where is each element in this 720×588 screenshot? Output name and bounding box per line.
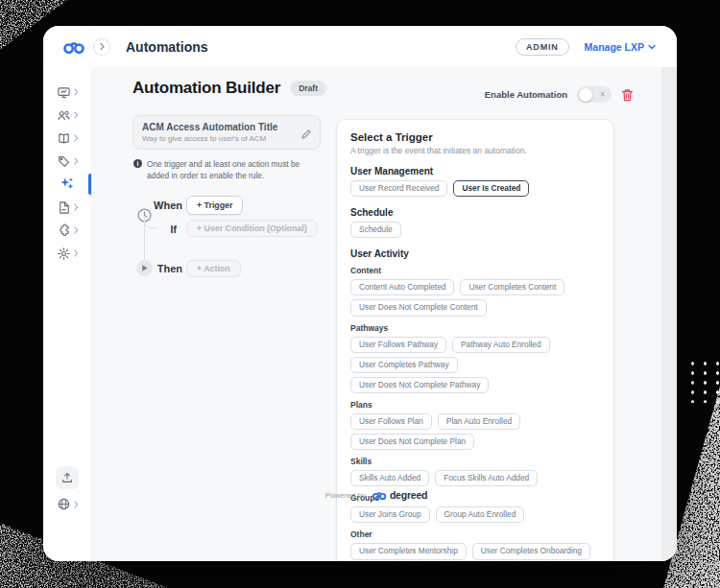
chevron-right-icon xyxy=(74,249,79,257)
chevron-right-icon xyxy=(99,42,106,51)
chevron-right-icon xyxy=(74,501,79,508)
trigger-sub-heading: Other xyxy=(350,529,600,539)
trigger-chip[interactable]: User Completes Mentorship xyxy=(350,543,467,559)
panel-title: Select a Trigger xyxy=(350,131,600,143)
sidebar-item-globe[interactable] xyxy=(57,497,79,511)
main-content: Automation Builder Draft Enable Automati… xyxy=(91,67,677,561)
add-user-condition-button[interactable]: + User Condition (Optional) xyxy=(186,220,318,237)
sidebar-item-automations-sparkles[interactable] xyxy=(43,173,91,196)
book-icon xyxy=(57,131,71,146)
sidebar-item-upload[interactable] xyxy=(56,466,79,489)
info-icon: i xyxy=(133,159,142,168)
trigger-chip[interactable]: Content Auto Completed xyxy=(350,279,454,295)
sidebar-item-users[interactable] xyxy=(43,104,91,127)
trigger-chip-row: User Completes MentorshipUser Completes … xyxy=(350,543,600,561)
chevron-right-icon xyxy=(74,203,79,211)
trigger-chip-row: Schedule xyxy=(350,222,600,238)
sidebar-item-display[interactable] xyxy=(43,81,91,104)
top-bar: Automations ADMIN Manage LXP xyxy=(43,26,677,67)
sidebar xyxy=(43,67,91,561)
sidebar-item-tag[interactable] xyxy=(43,150,91,173)
edit-title-button[interactable] xyxy=(301,126,311,143)
toggle-off-x-icon: ✕ xyxy=(599,89,606,100)
when-label: When xyxy=(132,200,182,211)
document-icon xyxy=(57,200,71,215)
trigger-chip[interactable]: Schedule xyxy=(350,222,401,238)
tag-icon xyxy=(57,154,71,169)
trigger-chip[interactable]: User Follows Plan xyxy=(350,413,432,430)
add-action-button[interactable]: + Action xyxy=(186,260,241,277)
trigger-chip[interactable]: User Follows Pathway xyxy=(350,337,446,353)
rule-builder-column: ACM Access Automation Title Way to give … xyxy=(132,115,321,288)
page-breadcrumb-title: Automations xyxy=(126,39,208,55)
degreed-wordmark: degreed xyxy=(390,489,427,501)
users-icon xyxy=(57,108,71,123)
powered-by-label: Powered by xyxy=(325,491,366,500)
trigger-chip[interactable]: User Does Not Complete Pathway xyxy=(350,377,489,393)
automations-sparkles-icon xyxy=(60,176,75,192)
sidebar-item-document[interactable] xyxy=(43,196,91,219)
trigger-group-heading: User Management xyxy=(350,166,600,176)
trigger-chip-row: User Record ReceivedUser Is Created xyxy=(350,180,600,197)
trigger-chip[interactable]: User Record Received xyxy=(350,180,447,197)
trigger-chip[interactable]: User Joins Group xyxy=(350,506,430,523)
delete-automation-button[interactable] xyxy=(621,88,634,102)
sidebar-item-puzzle[interactable] xyxy=(43,219,91,242)
add-trigger-button[interactable]: + Trigger xyxy=(186,196,243,215)
trigger-sub-heading: Plans xyxy=(350,400,600,410)
validation-note: i One trigger and at least one action mu… xyxy=(132,158,321,181)
enable-automation-label: Enable Automation xyxy=(485,89,567,100)
chevron-right-icon xyxy=(74,88,79,96)
trigger-chip[interactable]: User Completes Onboarding xyxy=(472,543,590,559)
app-window: Automations ADMIN Manage LXP Automation … xyxy=(43,26,677,561)
degreed-logo-icon xyxy=(372,490,387,501)
trigger-chip[interactable]: Focus Skills Auto Added xyxy=(435,470,538,486)
trigger-chip[interactable]: Pathway Auto Enrolled xyxy=(452,337,549,353)
gear-icon xyxy=(57,247,71,261)
trigger-chip-row: Skills Auto AddedFocus Skills Auto Added xyxy=(350,470,600,486)
trigger-chip[interactable]: Plan Auto Enrolled xyxy=(438,413,520,430)
trigger-chip[interactable]: User Completes Pathway xyxy=(350,357,458,373)
if-label: If xyxy=(132,223,177,235)
manage-lxp-menu[interactable]: Manage LXP xyxy=(585,41,656,53)
panel-subtitle: A trigger is the event that initiates an… xyxy=(350,146,600,155)
display-icon xyxy=(57,85,71,100)
enable-automation-toggle[interactable]: ✕ xyxy=(577,86,612,103)
validation-note-text: One trigger and at least one action must… xyxy=(147,158,320,181)
trigger-chip-row: User Follows PathwayPathway Auto Enrolle… xyxy=(350,337,600,393)
sidebar-item-gear[interactable] xyxy=(43,242,91,265)
trigger-chip[interactable]: User Is Created xyxy=(453,180,529,197)
chevron-right-icon xyxy=(74,111,79,119)
trigger-group-heading: User Activity xyxy=(350,248,600,259)
trigger-chip[interactable]: User Does Not Complete Content xyxy=(350,299,487,316)
upload-icon xyxy=(56,466,79,489)
footer: Powered by degreed xyxy=(91,489,661,501)
status-badge: Draft xyxy=(290,81,326,96)
rule-flow: When + Trigger If + User Condition (Opti… xyxy=(132,196,321,288)
then-label: Then xyxy=(132,263,182,274)
trigger-chip-row: User Follows PlanPlan Auto EnrolledUser … xyxy=(350,413,600,450)
desktop-background: Automations ADMIN Manage LXP Automation … xyxy=(0,0,720,588)
sidebar-item-book[interactable] xyxy=(43,127,91,150)
trigger-chip[interactable]: User Does Not Complete Plan xyxy=(350,434,474,450)
toggle-knob xyxy=(579,88,592,102)
page-title: Automation Builder xyxy=(132,79,280,98)
scrollbar-track[interactable] xyxy=(661,67,677,561)
trigger-sub-heading: Content xyxy=(350,266,600,275)
trash-icon xyxy=(621,88,634,102)
trigger-chip-row: User Joins GroupGroup Auto Enrolled xyxy=(350,506,600,523)
pencil-icon xyxy=(301,129,311,139)
trigger-sub-heading: Skills xyxy=(350,457,600,466)
trigger-chip[interactable]: Group Auto Enrolled xyxy=(436,506,525,523)
expand-nav-button[interactable] xyxy=(93,38,110,56)
chevron-right-icon xyxy=(74,157,79,165)
admin-badge: ADMIN xyxy=(516,38,569,56)
trigger-chip[interactable]: User Completes Content xyxy=(460,279,564,295)
trigger-sub-heading: Pathways xyxy=(350,323,600,333)
puzzle-icon xyxy=(57,223,71,238)
automation-description: Way to give access to user's of ACM xyxy=(142,134,301,143)
chevron-right-icon xyxy=(74,134,79,142)
trigger-chip[interactable]: Skills Auto Added xyxy=(350,470,429,486)
degreed-logo-icon xyxy=(62,39,85,55)
trigger-group-heading: Schedule xyxy=(350,207,600,218)
